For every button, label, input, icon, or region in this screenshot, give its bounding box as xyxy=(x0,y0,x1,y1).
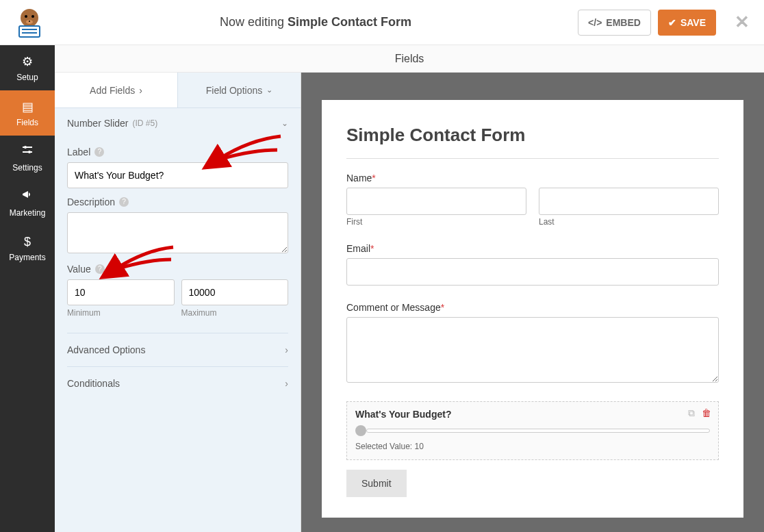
tab-add-fields[interactable]: Add Fields › xyxy=(55,73,178,108)
first-name-input[interactable] xyxy=(346,188,526,215)
save-button[interactable]: ✔ SAVE xyxy=(658,10,716,36)
form-title: Simple Contact Form xyxy=(346,125,719,146)
svg-point-2 xyxy=(31,15,34,18)
budget-slider[interactable] xyxy=(355,425,710,436)
sliders-icon xyxy=(21,144,34,160)
advanced-options-toggle[interactable]: Advanced Options› xyxy=(67,333,288,367)
value-label: Value? xyxy=(67,264,288,275)
dollar-icon: $ xyxy=(24,235,31,249)
last-sublabel: Last xyxy=(539,217,719,227)
tab-field-options[interactable]: Field Options ⌄ xyxy=(178,73,301,108)
max-sublabel: Maximum xyxy=(181,308,289,318)
bullhorn-icon xyxy=(21,189,34,205)
last-name-input[interactable] xyxy=(539,188,719,215)
nav-settings[interactable]: Settings xyxy=(0,136,55,181)
sub-header: Fields xyxy=(55,45,764,73)
selected-value-text: Selected Value: 10 xyxy=(355,442,710,451)
svg-rect-5 xyxy=(19,26,40,37)
comment-input[interactable] xyxy=(346,317,719,383)
svg-point-0 xyxy=(21,9,38,27)
max-input[interactable] xyxy=(181,279,289,305)
min-sublabel: Minimum xyxy=(67,308,175,318)
label-input[interactable] xyxy=(67,162,288,188)
help-icon[interactable]: ? xyxy=(94,147,104,157)
description-label: Description? xyxy=(67,197,288,207)
svg-point-10 xyxy=(24,146,27,149)
label-label: Label? xyxy=(67,147,288,157)
email-label: Email* xyxy=(346,243,719,254)
submit-button[interactable]: Submit xyxy=(346,470,407,497)
chevron-down-icon: ⌄ xyxy=(281,118,288,128)
chevron-right-icon: › xyxy=(139,85,142,96)
nav-marketing[interactable]: Marketing xyxy=(0,181,55,226)
page-title: Now editing Simple Contact Form xyxy=(53,15,578,29)
conditionals-toggle[interactable]: Conditionals› xyxy=(67,367,288,400)
slider-track[interactable] xyxy=(366,429,710,433)
wpforms-logo xyxy=(12,5,47,40)
code-icon: </> xyxy=(588,17,602,28)
gear-icon: ⚙ xyxy=(22,54,33,69)
slider-knob[interactable] xyxy=(355,425,366,436)
description-input[interactable] xyxy=(67,212,288,253)
side-nav: ⚙ Setup ▤ Fields Settings Marketing $ Pa… xyxy=(0,45,55,532)
help-icon[interactable]: ? xyxy=(95,264,105,274)
duplicate-icon[interactable]: ⧉ xyxy=(688,407,695,419)
chevron-right-icon: › xyxy=(285,344,288,355)
svg-point-1 xyxy=(25,15,27,18)
chevron-right-icon: › xyxy=(285,378,288,389)
trash-icon[interactable]: 🗑 xyxy=(702,407,711,419)
check-icon: ✔ xyxy=(668,17,676,28)
first-sublabel: First xyxy=(346,217,526,227)
comment-label: Comment or Message* xyxy=(346,302,719,313)
embed-button[interactable]: </> EMBED xyxy=(578,10,651,36)
list-icon: ▤ xyxy=(22,99,34,114)
budget-label: What's Your Budget? xyxy=(355,409,710,420)
svg-point-4 xyxy=(29,21,30,22)
nav-fields[interactable]: ▤ Fields xyxy=(0,90,55,136)
field-header[interactable]: Number Slider (ID #5) ⌄ xyxy=(55,108,301,138)
email-input[interactable] xyxy=(346,258,719,286)
min-input[interactable] xyxy=(67,279,175,305)
budget-field-block[interactable]: ⧉ 🗑 What's Your Budget? Selected Value: … xyxy=(346,401,719,460)
chevron-down-icon: ⌄ xyxy=(266,86,272,94)
nav-setup[interactable]: ⚙ Setup xyxy=(0,45,55,90)
nav-payments[interactable]: $ Payments xyxy=(0,226,55,271)
form-preview: Simple Contact Form Name* First Last xyxy=(322,100,743,518)
help-icon[interactable]: ? xyxy=(119,197,129,207)
name-label: Name* xyxy=(346,173,719,183)
close-icon[interactable]: ✕ xyxy=(733,12,752,33)
svg-point-11 xyxy=(28,151,31,153)
